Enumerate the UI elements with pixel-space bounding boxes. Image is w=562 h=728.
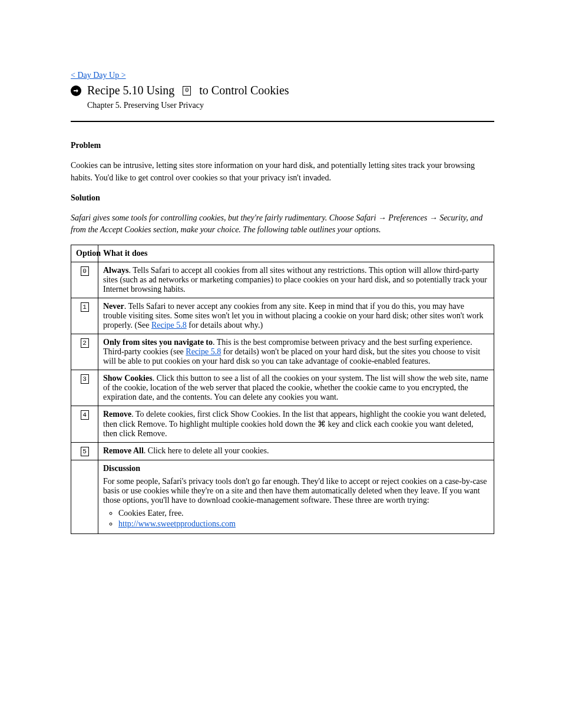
- subtitle: Chapter 5. Preserving User Privacy: [87, 101, 494, 110]
- arrow-right-icon: [71, 85, 81, 96]
- table-row: 3 Show Cookies. Click this button to see…: [71, 370, 494, 406]
- opt-glyph-icon: 4: [81, 410, 89, 420]
- title-pre: Recipe 5.10 Using: [87, 84, 174, 97]
- recipe-link[interactable]: Recipe 5.8: [151, 321, 187, 330]
- page-title: Recipe 5.10 Using 0 to Control Cookies: [71, 84, 494, 97]
- opt-glyph-icon: 0: [81, 266, 89, 276]
- desc-cell: Always. Tells Safari to accept all cooki…: [98, 262, 494, 298]
- table-row: 0 Always. Tells Safari to accept all coo…: [71, 262, 494, 298]
- recipe-link[interactable]: Recipe 5.8: [186, 347, 221, 356]
- safari-box-icon: 0: [183, 86, 191, 95]
- desc-cell: Remove All. Click here to delete all you…: [98, 442, 494, 460]
- desc-cell: Remove. To delete cookies, first click S…: [98, 406, 494, 442]
- opt-glyph-icon: 2: [81, 338, 89, 348]
- options-table: Option What it does 0 Always. Tells Safa…: [71, 245, 494, 535]
- discussion-cell: Discussion For some people, Safari's pri…: [98, 460, 494, 534]
- opt-glyph-icon: 3: [81, 374, 89, 384]
- table-row: 4 Remove. To delete cookies, first click…: [71, 406, 494, 442]
- title-post: to Control Cookies: [199, 84, 289, 97]
- opt-glyph-icon: 5: [81, 447, 89, 456]
- desc-cell: Show Cookies. Click this button to see a…: [98, 370, 494, 406]
- problem-text: Cookies can be intrusive, letting sites …: [71, 160, 494, 184]
- list-item: http://www.sweetpproductions.com: [118, 519, 489, 529]
- desc-cell: Never. Tells Safari to never accept any …: [98, 298, 494, 334]
- opt-glyph-icon: 1: [81, 302, 89, 312]
- table-row: 1 Never. Tells Safari to never accept an…: [71, 298, 494, 334]
- table-row: 5 Remove All. Click here to delete all y…: [71, 442, 494, 460]
- table-row: 2 Only from sites you navigate to. This …: [71, 334, 494, 370]
- list-item: Cookies Eater, free.: [118, 509, 489, 518]
- external-link[interactable]: http://www.sweetpproductions.com: [118, 519, 236, 528]
- col-desc: What it does: [98, 245, 494, 262]
- col-option: Option: [71, 245, 98, 262]
- desc-cell: Only from sites you navigate to. This is…: [98, 334, 494, 370]
- problem-heading: Problem: [71, 140, 494, 151]
- table-row-discussion: Discussion For some people, Safari's pri…: [71, 460, 494, 534]
- solution-text: Safari gives some tools for controlling …: [71, 212, 494, 236]
- back-link[interactable]: < Day Day Up >: [71, 71, 126, 80]
- divider: [71, 121, 494, 122]
- empty-opt-cell: [71, 460, 98, 534]
- solution-heading: Solution: [71, 192, 494, 204]
